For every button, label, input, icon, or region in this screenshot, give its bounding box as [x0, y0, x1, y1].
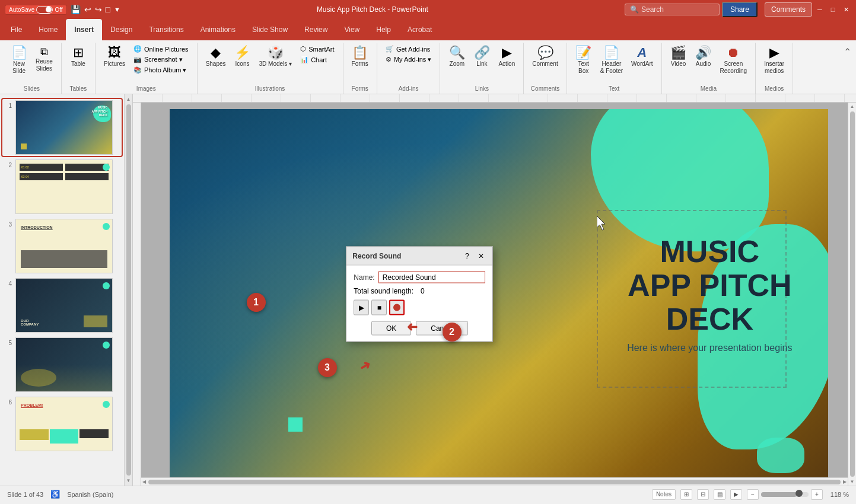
slide-item-2[interactable]: 2 01 02 03 04 — [2, 158, 122, 215]
insertar-medios-button[interactable]: ▶ Insertarmedios — [760, 44, 788, 77]
screen-recording-button[interactable]: ⏺ ScreenRecording — [717, 44, 751, 77]
qat-redo-icon[interactable]: ↪ — [95, 5, 102, 14]
ribbon-tabs: File Home Insert Design Transitions Anim… — [0, 19, 856, 40]
zoom-slider[interactable] — [761, 492, 809, 497]
ribbon-collapse-button[interactable]: ⌃ — [841, 45, 854, 59]
view-normal-button[interactable]: ⊞ — [680, 489, 692, 500]
pictures-button[interactable]: 🖼 Pictures — [100, 44, 129, 70]
slide-text-area: MUSICAPP PITCHDECK Here is where your pr… — [627, 235, 792, 353]
annotation-1: 1 — [247, 293, 266, 312]
canvas-scrollbar-horizontal[interactable]: ◀ ▶ — [141, 477, 848, 486]
photo-album-button[interactable]: 📚 Photo Album ▾ — [130, 65, 192, 75]
zoom-icon: 🔍 — [449, 46, 465, 59]
textbox-button[interactable]: 📝 TextBox — [572, 44, 596, 77]
minimize-button[interactable]: ─ — [814, 4, 825, 15]
comments-button[interactable]: Comments — [765, 2, 812, 17]
dialog-name-input[interactable] — [378, 272, 486, 283]
tab-review[interactable]: Review — [296, 19, 336, 40]
audio-button[interactable]: 🔊 Audio — [692, 44, 715, 70]
slide-item-3[interactable]: 3 INTRODUCTION — [2, 218, 122, 275]
canvas-scroll-right[interactable]: ▶ — [843, 479, 847, 484]
canvas-scroll-down[interactable]: ▼ — [850, 479, 855, 484]
online-pictures-button[interactable]: 🌐 Online Pictures — [130, 44, 192, 54]
tab-slideshow[interactable]: Slide Show — [244, 19, 296, 40]
comment-label: Comment — [532, 60, 558, 68]
zoom-slider-thumb[interactable] — [795, 490, 803, 497]
dialog-length-value: 0 — [421, 287, 425, 295]
close-button[interactable]: ✕ — [841, 4, 851, 15]
qat-undo-icon[interactable]: ↩ — [84, 5, 91, 14]
tab-animations[interactable]: Animations — [192, 19, 244, 40]
tab-insert[interactable]: Insert — [66, 19, 102, 40]
search-label[interactable]: Search — [641, 5, 664, 14]
slide-item-6[interactable]: 6 PROBLEM! — [2, 395, 122, 452]
forms-button[interactable]: 📋 Forms — [348, 44, 372, 70]
zoom-button[interactable]: 🔍 Zoom — [445, 44, 469, 70]
autosave-badge[interactable]: AutoSave Off — [5, 5, 67, 15]
thumb-3-title: INTRODUCTION — [21, 225, 53, 229]
notes-button[interactable]: Notes — [652, 489, 676, 500]
title-bar: AutoSave Off 💾 ↩ ↪ □ ▼ Music App Pitch D… — [0, 0, 856, 19]
record-dot — [393, 304, 400, 311]
link-button[interactable]: 🔗 Link — [470, 44, 494, 70]
chart-button[interactable]: 📊 Chart — [297, 55, 338, 65]
slide-item-5[interactable]: 5 — [2, 336, 122, 393]
dialog-close-button[interactable]: ✕ — [476, 251, 486, 261]
3d-models-button[interactable]: 🎲 3D Models ▾ — [256, 44, 296, 70]
reuse-slides-button[interactable]: ⧉ ReuseSlides — [32, 44, 56, 75]
my-addins-button[interactable]: ⚙ My Add-ins ▾ — [382, 55, 435, 65]
record-button[interactable] — [389, 300, 405, 315]
slide-item-1[interactable]: 1 MUSICAPP PITCHDECK — [2, 99, 122, 156]
slide-panel-scrollbar[interactable]: ▲ ▼ — [125, 94, 133, 486]
qat-present-icon[interactable]: □ — [106, 5, 110, 14]
view-reading-button[interactable]: ▤ — [714, 489, 725, 500]
qat-dropdown-icon[interactable]: ▼ — [114, 6, 120, 13]
view-slideshow-button[interactable]: ▶ — [730, 489, 742, 500]
tab-acrobat[interactable]: Acrobat — [399, 19, 440, 40]
play-button[interactable]: ▶ — [354, 300, 369, 315]
dialog-ok-button[interactable]: OK — [371, 321, 411, 336]
new-slide-button[interactable]: 📄 NewSlide — [7, 44, 31, 77]
search-box[interactable]: 🔍 Search — [625, 4, 720, 15]
screenshot-button[interactable]: 📷 Screenshot ▾ — [130, 55, 192, 65]
tab-help[interactable]: Help — [368, 19, 399, 40]
autosave-toggle[interactable] — [36, 6, 53, 14]
tab-file[interactable]: File — [2, 19, 30, 40]
get-addins-button[interactable]: 🛒 Get Add-ins — [382, 44, 435, 54]
shapes-button[interactable]: ◆ Shapes — [202, 44, 230, 70]
get-addins-icon: 🛒 — [386, 45, 394, 53]
view-slide-sorter-button[interactable]: ⊟ — [697, 489, 709, 500]
insertar-medios-icon: ▶ — [769, 46, 779, 59]
tab-transitions[interactable]: Transitions — [141, 19, 192, 40]
tab-design[interactable]: Design — [102, 19, 141, 40]
comment-button[interactable]: 💬 Comment — [529, 44, 561, 70]
wordart-button[interactable]: A WordArt — [628, 44, 657, 70]
canvas-scrollbar-vertical[interactable]: ▲ ▼ — [848, 103, 856, 486]
scroll-down-arrow[interactable]: ▼ — [126, 478, 131, 483]
canvas-scroll-thumb-v[interactable] — [850, 111, 855, 477]
dialog-help-button[interactable]: ? — [462, 251, 472, 261]
canvas-scroll-thumb-h[interactable] — [148, 480, 841, 484]
table-icon: ⊞ — [73, 46, 84, 59]
action-button[interactable]: ▶ Action — [495, 44, 518, 70]
canvas-scroll-left[interactable]: ◀ — [142, 479, 146, 484]
qat-save-icon[interactable]: 💾 — [71, 5, 81, 14]
header-footer-button[interactable]: 📄 Header& Footer — [597, 44, 626, 77]
slide-number-1: 1 — [4, 103, 12, 109]
maximize-button[interactable]: □ — [828, 4, 838, 15]
video-button[interactable]: 🎬 Video — [667, 44, 690, 70]
table-button[interactable]: ⊞ Table — [66, 44, 90, 70]
thumb-6-bars — [20, 429, 109, 447]
stop-button[interactable]: ■ — [371, 300, 387, 315]
tab-view[interactable]: View — [336, 19, 368, 40]
canvas-scroll-up[interactable]: ▲ — [850, 104, 855, 109]
zoom-in-button[interactable]: + — [811, 489, 823, 500]
share-button[interactable]: Share — [722, 2, 758, 17]
scroll-thumb[interactable] — [126, 104, 131, 476]
smartart-button[interactable]: ⬡ SmartArt — [297, 44, 338, 54]
scroll-up-arrow[interactable]: ▲ — [126, 97, 131, 102]
icons-button[interactable]: ⚡ Icons — [231, 44, 254, 70]
tab-home[interactable]: Home — [30, 19, 66, 40]
slide-item-4[interactable]: 4 OURCOMPANY — [2, 277, 122, 334]
zoom-out-button[interactable]: − — [747, 489, 759, 500]
